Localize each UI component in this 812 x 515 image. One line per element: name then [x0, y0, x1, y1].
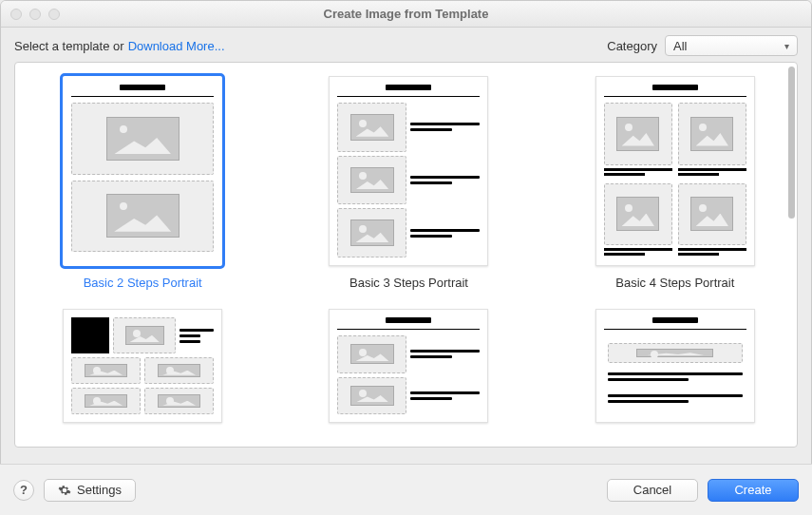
- cancel-label: Cancel: [633, 483, 671, 497]
- template-basic-4-steps-portrait[interactable]: Basic 4 Steps Portrait: [561, 76, 789, 290]
- create-label: Create: [734, 483, 771, 497]
- footer: ? Settings Cancel Create: [0, 464, 812, 515]
- settings-button[interactable]: Settings: [44, 479, 136, 502]
- template-gallery: Basic 2 Steps Portrait: [14, 62, 798, 448]
- close-window-button[interactable]: [10, 9, 22, 20]
- select-template-label: Select a template or: [14, 39, 124, 53]
- template-basic-2-steps-portrait[interactable]: Basic 2 Steps Portrait: [28, 76, 256, 290]
- template-caption: Basic 3 Steps Portrait: [349, 276, 468, 290]
- minimize-window-button[interactable]: [29, 9, 41, 20]
- template-thumbnail: [595, 76, 755, 266]
- window-controls: [10, 9, 60, 20]
- help-button[interactable]: ?: [13, 480, 34, 501]
- template-caption: Basic 4 Steps Portrait: [615, 276, 734, 290]
- gear-icon: [58, 484, 71, 497]
- template-row2-col3[interactable]: [561, 309, 789, 423]
- template-thumbnail: [329, 76, 488, 266]
- create-button[interactable]: Create: [708, 479, 799, 502]
- template-thumbnail: [329, 309, 488, 423]
- settings-label: Settings: [77, 483, 122, 497]
- category-select[interactable]: All ▾: [665, 35, 798, 56]
- category-selected-value: All: [673, 39, 687, 53]
- download-more-link[interactable]: Download More...: [128, 39, 225, 53]
- template-row2-col1[interactable]: [28, 309, 256, 423]
- window-title: Create Image from Template: [1, 7, 811, 21]
- top-row: Select a template or Download More... Ca…: [1, 28, 811, 62]
- help-icon: ?: [20, 483, 28, 497]
- template-thumbnail: [63, 309, 222, 423]
- template-caption: Basic 2 Steps Portrait: [84, 276, 202, 290]
- chevron-down-icon: ▾: [784, 41, 789, 51]
- template-basic-3-steps-portrait[interactable]: Basic 3 Steps Portrait: [294, 76, 522, 290]
- category-label: Category: [607, 39, 657, 53]
- cancel-button[interactable]: Cancel: [607, 479, 698, 502]
- gallery-scrollbar[interactable]: [788, 67, 795, 219]
- template-row2-col2[interactable]: [294, 309, 522, 423]
- template-thumbnail: [63, 76, 222, 266]
- zoom-window-button[interactable]: [48, 9, 60, 20]
- titlebar: Create Image from Template: [1, 1, 811, 28]
- template-thumbnail: [595, 309, 755, 423]
